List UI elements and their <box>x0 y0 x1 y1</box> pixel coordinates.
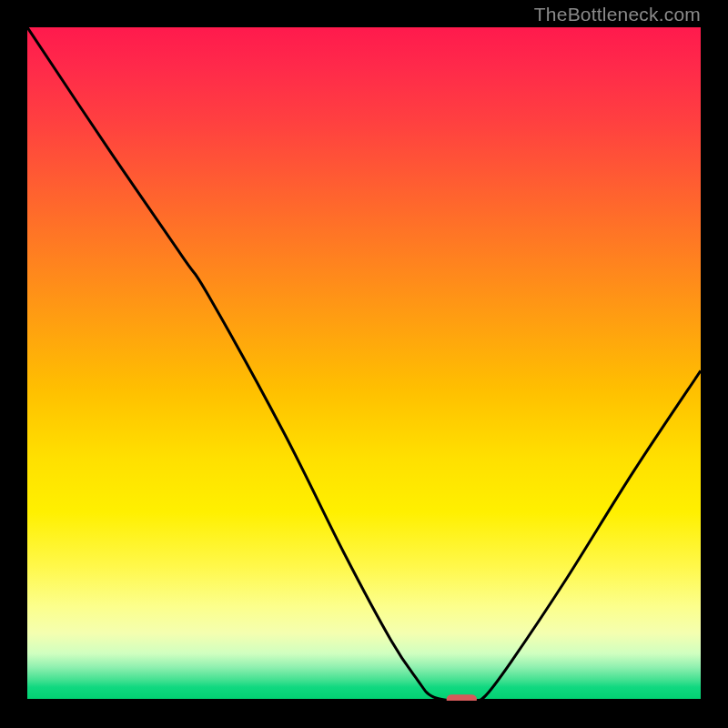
optimal-marker <box>27 27 701 701</box>
watermark-text: TheBottleneck.com <box>534 4 701 25</box>
plot-area <box>27 27 701 701</box>
chart-frame: TheBottleneck.com <box>0 0 728 728</box>
svg-rect-1 <box>447 694 477 701</box>
